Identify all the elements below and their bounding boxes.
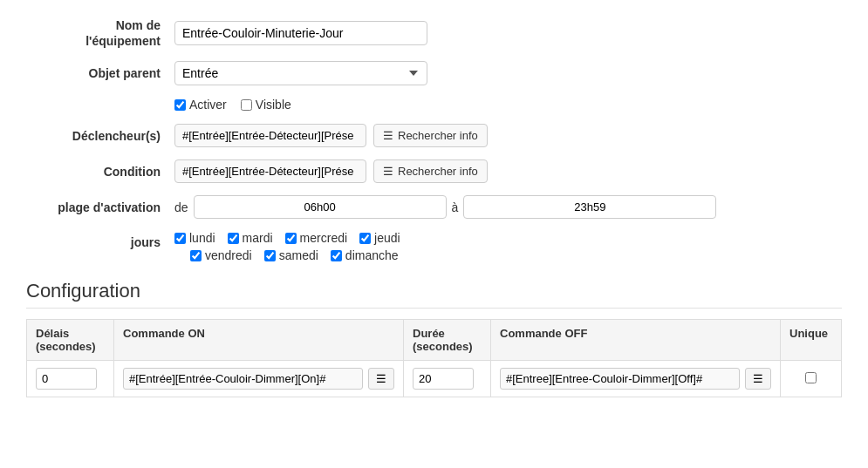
nom-equipement-input[interactable] xyxy=(174,21,427,45)
jour-samedi-label: samedi xyxy=(279,248,318,262)
table-row: ☰ ☰ xyxy=(27,361,842,397)
col-delais: Délais (secondes) xyxy=(27,320,114,361)
declencheurs-rechercher-button[interactable]: ☰ Rechercher info xyxy=(373,124,488,147)
jour-lundi-checkbox[interactable] xyxy=(174,233,186,244)
list-icon: ☰ xyxy=(383,129,393,142)
configuration-section: Configuration Délais (secondes) Commande… xyxy=(26,280,842,397)
nom-equipement-label: Nom de l'équipement xyxy=(26,17,174,49)
jours-label: jours xyxy=(26,231,174,250)
commande-off-input[interactable] xyxy=(500,368,740,390)
commande-on-input[interactable] xyxy=(123,368,363,390)
col-duree: Durée (secondes) xyxy=(404,320,491,361)
unique-cell xyxy=(781,361,842,397)
activer-label: Activer xyxy=(189,98,227,112)
duree-cell xyxy=(404,361,491,397)
configuration-title: Configuration xyxy=(26,280,842,309)
jours-container: lundi mardi mercredi jeudi ven xyxy=(174,231,400,262)
unique-checkbox[interactable] xyxy=(805,372,817,383)
declencheurs-input[interactable] xyxy=(174,124,366,147)
activer-checkbox[interactable] xyxy=(174,99,186,111)
delais-cell xyxy=(27,361,114,397)
jour-mardi-checkbox[interactable] xyxy=(228,233,239,244)
duree-input[interactable] xyxy=(413,368,474,390)
plage-a-text: à xyxy=(452,200,459,214)
commande-on-btn[interactable]: ☰ xyxy=(368,368,394,390)
jour-mercredi-label: mercredi xyxy=(300,231,347,245)
objet-parent-label: Objet parent xyxy=(26,65,174,81)
time-end-input[interactable] xyxy=(463,195,716,219)
visible-label: Visible xyxy=(256,98,291,112)
commande-off-btn[interactable]: ☰ xyxy=(745,368,771,390)
commande-off-cell: ☰ xyxy=(491,361,781,397)
list-icon-condition: ☰ xyxy=(383,165,393,178)
plage-activation-label: plage d'activation xyxy=(26,200,174,215)
jour-samedi-checkbox[interactable] xyxy=(264,250,276,261)
config-table: Délais (secondes) Commande ON Durée (sec… xyxy=(26,319,842,397)
declencheurs-label: Déclencheur(s) xyxy=(26,128,174,144)
jour-vendredi-label: vendredi xyxy=(205,248,252,262)
plage-de-text: de xyxy=(174,200,188,214)
time-start-input[interactable] xyxy=(194,195,447,219)
jour-mardi-label: mardi xyxy=(243,231,273,245)
list-icon-on: ☰ xyxy=(376,372,386,385)
jour-dimanche-checkbox[interactable] xyxy=(331,250,342,261)
col-commande-on: Commande ON xyxy=(114,320,404,361)
jour-lundi-label: lundi xyxy=(189,231,215,245)
condition-label: Condition xyxy=(26,164,174,180)
jour-dimanche-label: dimanche xyxy=(345,248,399,262)
col-unique: Unique xyxy=(781,320,842,361)
jour-mercredi-checkbox[interactable] xyxy=(285,233,297,244)
delais-input[interactable] xyxy=(36,368,97,390)
objet-parent-select[interactable]: Entrée xyxy=(174,61,427,85)
commande-on-cell: ☰ xyxy=(114,361,404,397)
jour-jeudi-label: jeudi xyxy=(374,231,400,245)
visible-checkbox[interactable] xyxy=(241,99,252,111)
list-icon-off: ☰ xyxy=(753,372,763,385)
condition-rechercher-button[interactable]: ☰ Rechercher info xyxy=(373,159,488,183)
condition-input[interactable] xyxy=(174,159,366,183)
col-commande-off: Commande OFF xyxy=(491,320,781,361)
jour-jeudi-checkbox[interactable] xyxy=(359,233,371,244)
jour-vendredi-checkbox[interactable] xyxy=(190,250,202,261)
